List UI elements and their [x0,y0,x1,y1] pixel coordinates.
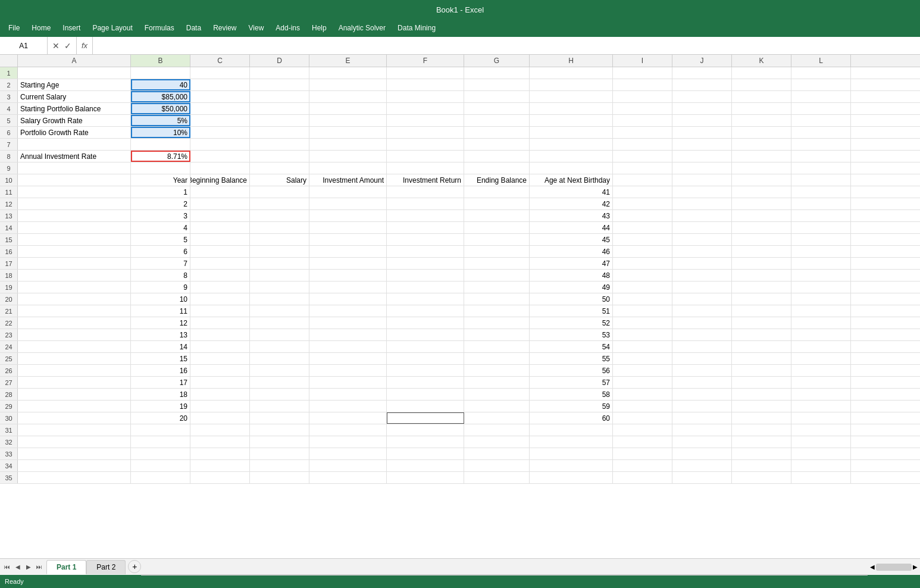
cell-I16[interactable] [613,246,672,257]
cell-C27[interactable] [190,377,250,388]
cell-E29[interactable] [309,401,387,412]
cell-reference-box[interactable]: A1 [0,37,48,54]
cell-G10[interactable]: Ending Balance [464,174,530,186]
cell-B16[interactable]: 6 [131,246,190,257]
cell-E7[interactable] [309,139,387,150]
cell-J31[interactable] [672,424,732,436]
grid-body[interactable]: 12Starting Age403Current Salary$85,0004S… [0,67,920,558]
cell-F13[interactable] [387,210,464,221]
cell-L17[interactable] [791,258,851,269]
cell-F26[interactable] [387,365,464,376]
cell-K2[interactable] [732,79,791,90]
sheet-nav-prev[interactable]: ◀ [13,562,23,572]
cell-H16[interactable]: 46 [530,246,613,257]
col-header-j[interactable]: J [672,55,732,67]
cell-K27[interactable] [732,377,791,388]
cell-L26[interactable] [791,365,851,376]
cell-A23[interactable] [18,329,131,340]
cell-I23[interactable] [613,329,672,340]
cell-L1[interactable] [791,67,851,79]
cell-L29[interactable] [791,401,851,412]
cell-K35[interactable] [732,472,791,483]
menu-home[interactable]: Home [26,21,57,35]
cell-G9[interactable] [464,162,530,174]
cell-F35[interactable] [387,472,464,483]
cell-H5[interactable] [530,115,613,126]
cell-C1[interactable] [190,67,250,79]
cell-K24[interactable] [732,341,791,352]
cell-I24[interactable] [613,341,672,352]
cell-D16[interactable] [250,246,309,257]
cell-G6[interactable] [464,127,530,138]
cell-K26[interactable] [732,365,791,376]
cell-C7[interactable] [190,139,250,150]
sheet-tab-part2[interactable]: Part 2 [86,560,126,574]
cell-D19[interactable] [250,282,309,293]
cell-D30[interactable] [250,412,309,424]
cell-J8[interactable] [672,151,732,162]
cell-L21[interactable] [791,305,851,317]
cell-E31[interactable] [309,424,387,436]
cell-J22[interactable] [672,317,732,329]
cell-L10[interactable] [791,174,851,186]
cell-E26[interactable] [309,365,387,376]
cell-D15[interactable] [250,234,309,245]
cell-L35[interactable] [791,472,851,483]
cell-F27[interactable] [387,377,464,388]
cell-C4[interactable] [190,103,250,114]
cell-D13[interactable] [250,210,309,221]
cell-E34[interactable] [309,460,387,471]
cell-A30[interactable] [18,412,131,424]
col-header-d[interactable]: D [250,55,309,67]
cell-K14[interactable] [732,222,791,233]
cell-K17[interactable] [732,258,791,269]
cell-C21[interactable] [190,305,250,317]
cell-J3[interactable] [672,91,732,102]
cell-H33[interactable] [530,448,613,459]
cell-D32[interactable] [250,436,309,448]
cell-A28[interactable] [18,389,131,400]
cell-F32[interactable] [387,436,464,448]
cell-J4[interactable] [672,103,732,114]
cell-H22[interactable]: 52 [530,317,613,329]
cell-B9[interactable] [131,162,190,174]
cell-B27[interactable]: 17 [131,377,190,388]
cell-D25[interactable] [250,353,309,364]
cell-F22[interactable] [387,317,464,329]
cell-B7[interactable] [131,139,190,150]
cell-K6[interactable] [732,127,791,138]
cell-C10[interactable]: Beginning Balance [190,174,250,186]
cell-G5[interactable] [464,115,530,126]
cell-D9[interactable] [250,162,309,174]
cell-J1[interactable] [672,67,732,79]
cell-E30[interactable] [309,412,387,424]
cell-C30[interactable] [190,412,250,424]
cell-C9[interactable] [190,162,250,174]
cell-B21[interactable]: 11 [131,305,190,317]
cell-G24[interactable] [464,341,530,352]
cell-I25[interactable] [613,353,672,364]
cell-B19[interactable]: 9 [131,282,190,293]
cell-I34[interactable] [613,460,672,471]
cell-K12[interactable] [732,198,791,209]
cell-K33[interactable] [732,448,791,459]
cell-F4[interactable] [387,103,464,114]
col-header-l[interactable]: L [791,55,851,67]
cell-G4[interactable] [464,103,530,114]
cell-C32[interactable] [190,436,250,448]
cell-L11[interactable] [791,186,851,198]
cell-J26[interactable] [672,365,732,376]
cell-D11[interactable] [250,186,309,198]
cell-L5[interactable] [791,115,851,126]
cell-F6[interactable] [387,127,464,138]
cell-D23[interactable] [250,329,309,340]
cell-I10[interactable] [613,174,672,186]
cell-L9[interactable] [791,162,851,174]
col-header-f[interactable]: F [387,55,464,67]
cell-F17[interactable] [387,258,464,269]
cell-L31[interactable] [791,424,851,436]
cell-H30[interactable]: 60 [530,412,613,424]
cell-L12[interactable] [791,198,851,209]
cell-B17[interactable]: 7 [131,258,190,269]
cell-I2[interactable] [613,79,672,90]
